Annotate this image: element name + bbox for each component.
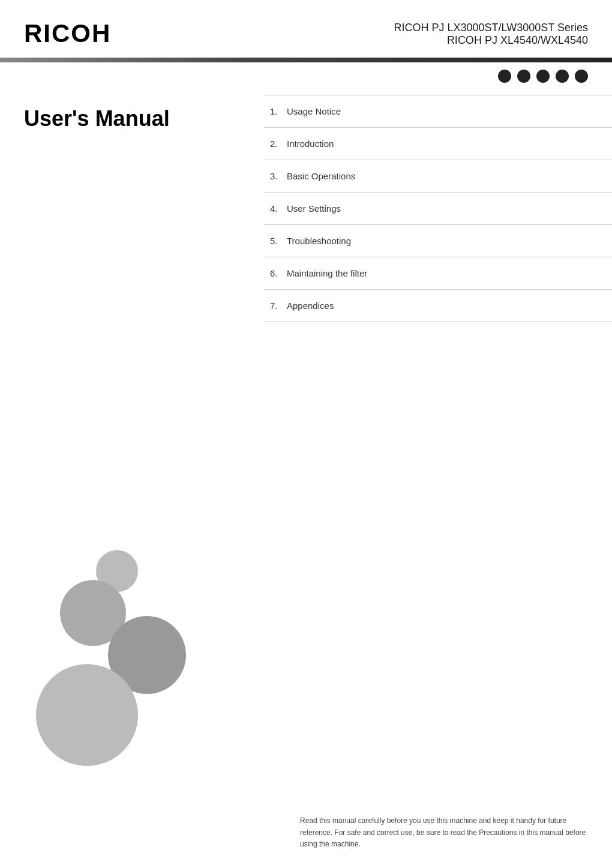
toc-item-1[interactable]: 1. Usage Notice (264, 95, 612, 127)
main-content: User's Manual 1. Usage Notice 2. Introdu… (0, 95, 612, 322)
left-panel: User's Manual (24, 95, 252, 322)
decorative-circles (18, 544, 222, 784)
toc-number-4: 4. (270, 203, 282, 214)
toc-number-3: 3. (270, 171, 282, 181)
toc-item-4[interactable]: 4. User Settings (264, 192, 612, 224)
toc-number-1: 1. (270, 106, 282, 116)
footer-text: Read this manual carefully before you us… (300, 815, 588, 850)
dot-2 (517, 70, 530, 83)
toc-number-7: 7. (270, 301, 282, 311)
toc-item-5[interactable]: 5. Troubleshooting (264, 224, 612, 257)
dot-4 (556, 70, 569, 83)
toc-label-2: Introduction (287, 139, 334, 149)
toc-item-6[interactable]: 6. Maintaining the filter (264, 257, 612, 289)
dot-3 (536, 70, 550, 83)
toc-label-7: Appendices (287, 301, 334, 311)
dot-5 (575, 70, 588, 83)
header: RICOH RICOH PJ LX3000ST/LW3000ST Series … (0, 0, 612, 48)
toc-number-5: 5. (270, 236, 282, 246)
toc-label-1: Usage Notice (287, 106, 341, 116)
product-line1: RICOH PJ LX3000ST/LW3000ST Series (394, 22, 588, 34)
toc-label-6: Maintaining the filter (287, 268, 367, 278)
dot-1 (498, 70, 511, 83)
product-title: RICOH PJ LX3000ST/LW3000ST Series RICOH … (394, 22, 588, 47)
toc-item-2[interactable]: 2. Introduction (264, 127, 612, 160)
toc-label-5: Troubleshooting (287, 236, 351, 246)
product-line2: RICOH PJ XL4540/WXL4540 (394, 34, 588, 47)
toc-number-2: 2. (270, 139, 282, 149)
header-divider (0, 58, 612, 62)
dots-decoration (0, 62, 612, 83)
toc-panel: 1. Usage Notice 2. Introduction 3. Basic… (252, 95, 612, 322)
toc-item-7[interactable]: 7. Appendices (264, 289, 612, 322)
circle-large-bottom (36, 664, 138, 766)
toc-item-3[interactable]: 3. Basic Operations (264, 160, 612, 192)
ricoh-logo: RICOH (24, 19, 111, 48)
toc-label-3: Basic Operations (287, 171, 355, 181)
manual-title: User's Manual (24, 107, 252, 131)
toc-number-6: 6. (270, 268, 282, 278)
toc-label-4: User Settings (287, 203, 341, 214)
